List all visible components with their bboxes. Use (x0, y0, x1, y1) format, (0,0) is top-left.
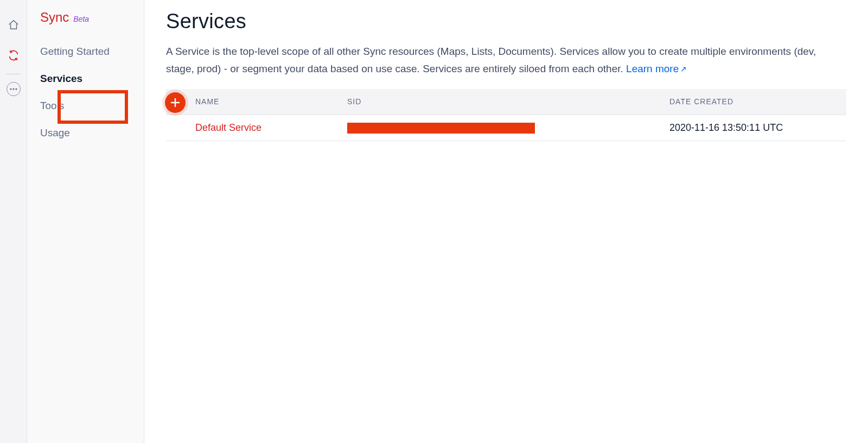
table-header-sid: SID (347, 97, 669, 106)
sidebar-item-getting-started[interactable]: Getting Started (27, 38, 144, 65)
svg-point-1 (12, 88, 14, 90)
sync-icon-button[interactable] (0, 40, 27, 71)
table-row: Default Service 2020-11-16 13:50:11 UTC (166, 115, 846, 141)
sidebar-item-usage[interactable]: Usage (27, 119, 144, 147)
plus-icon (170, 98, 180, 107)
services-table: NAME SID DATE CREATED Default Service 20… (166, 89, 846, 141)
rail-divider (7, 74, 21, 74)
add-service-button[interactable] (165, 92, 186, 113)
table-header-name: NAME (195, 97, 347, 106)
table-header-row: NAME SID DATE CREATED (166, 89, 846, 115)
sidebar-item-tools[interactable]: Tools (27, 92, 144, 119)
svg-point-2 (15, 88, 17, 90)
service-date-cell: 2020-11-16 13:50:11 UTC (669, 122, 846, 134)
sidebar-beta-badge: Beta (73, 15, 89, 23)
sidebar-item-services[interactable]: Services (27, 65, 144, 92)
sidebar-title: Sync (40, 10, 69, 25)
ellipsis-icon (10, 88, 17, 90)
sync-icon (8, 49, 20, 61)
learn-more-label: Learn more (626, 63, 679, 74)
main-content: Services A Service is the top-level scop… (144, 0, 868, 443)
page-description: A Service is the top-level scope of all … (166, 43, 846, 78)
service-sid-cell (347, 122, 669, 133)
home-icon-button[interactable] (0, 10, 27, 40)
home-icon (8, 19, 20, 31)
icon-rail (0, 0, 27, 443)
sidebar: Sync Beta Getting Started Services Tools… (27, 0, 144, 443)
service-name-link[interactable]: Default Service (195, 122, 347, 134)
learn-more-link[interactable]: Learn more↗ (626, 63, 687, 74)
table-header-date: DATE CREATED (669, 97, 846, 106)
external-link-icon: ↗ (680, 65, 687, 73)
redacted-sid (347, 123, 535, 134)
more-products-button[interactable] (7, 82, 21, 96)
page-description-text: A Service is the top-level scope of all … (166, 46, 816, 74)
svg-point-0 (10, 88, 11, 90)
page-title: Services (166, 10, 846, 33)
sidebar-title-row: Sync Beta (27, 10, 144, 38)
